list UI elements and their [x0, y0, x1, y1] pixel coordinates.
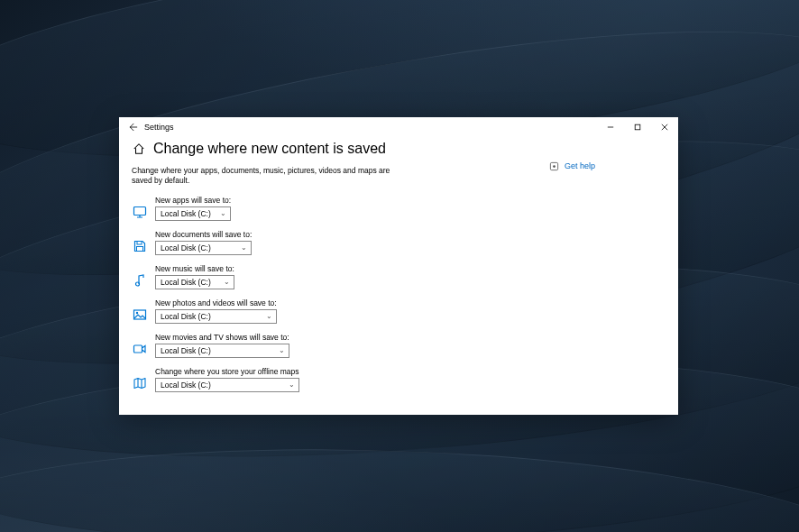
close-button[interactable] — [651, 117, 678, 137]
help-icon — [548, 161, 559, 171]
setting-documents: New documents will save to: Local Disk (… — [132, 230, 548, 255]
setting-label: New documents will save to: — [155, 230, 252, 239]
minimize-button[interactable] — [597, 117, 624, 137]
svg-point-6 — [136, 312, 138, 314]
svg-rect-1 — [134, 206, 146, 215]
setting-photos: New photos and videos will save to: Loca… — [132, 298, 548, 324]
svg-point-9 — [553, 165, 556, 168]
monitor-icon — [132, 204, 148, 220]
chevron-down-icon: ⌄ — [266, 312, 272, 320]
setting-apps: New apps will save to: Local Disk (C:) ⌄ — [132, 196, 548, 221]
setting-music: New music will save to: Local Disk (C:) … — [132, 264, 548, 289]
maps-location-dropdown[interactable]: Local Disk (C:) ⌄ — [155, 378, 299, 392]
get-help-label: Get help — [565, 161, 595, 170]
music-note-icon — [132, 272, 148, 289]
back-button[interactable] — [124, 123, 142, 132]
dropdown-value: Local Disk (C:) — [161, 346, 211, 355]
svg-rect-5 — [134, 310, 146, 319]
dropdown-value: Local Disk (C:) — [161, 243, 211, 252]
music-location-dropdown[interactable]: Local Disk (C:) ⌄ — [155, 275, 234, 289]
chevron-down-icon: ⌄ — [224, 278, 230, 286]
map-icon — [132, 375, 148, 391]
chevron-down-icon: ⌄ — [279, 346, 285, 354]
chevron-down-icon: ⌄ — [289, 381, 295, 389]
page-title: Change where new content is saved — [153, 141, 386, 157]
svg-rect-7 — [134, 345, 142, 353]
svg-rect-3 — [137, 246, 143, 251]
home-icon[interactable] — [132, 142, 146, 156]
window-title: Settings — [144, 123, 174, 132]
apps-location-dropdown[interactable]: Local Disk (C:) ⌄ — [155, 206, 231, 221]
chevron-down-icon: ⌄ — [241, 243, 247, 252]
save-icon — [132, 238, 148, 254]
dropdown-value: Local Disk (C:) — [161, 209, 211, 218]
chevron-down-icon: ⌄ — [220, 209, 226, 217]
video-icon — [132, 341, 148, 357]
svg-rect-0 — [635, 124, 640, 130]
documents-location-dropdown[interactable]: Local Disk (C:) ⌄ — [155, 241, 252, 255]
intro-text: Change where your apps, documents, music… — [132, 166, 402, 187]
dropdown-value: Local Disk (C:) — [161, 381, 211, 390]
dropdown-value: Local Disk (C:) — [161, 312, 211, 321]
movies-location-dropdown[interactable]: Local Disk (C:) ⌄ — [155, 344, 289, 358]
setting-movies: New movies and TV shows will save to: Lo… — [132, 333, 548, 358]
titlebar: Settings — [119, 117, 678, 137]
setting-label: Change where you store your offline maps — [155, 367, 299, 376]
maximize-button[interactable] — [624, 117, 651, 137]
setting-label: New apps will save to: — [155, 196, 231, 205]
setting-label: New photos and videos will save to: — [155, 298, 277, 307]
setting-maps: Change where you store your offline maps… — [132, 367, 548, 392]
get-help-link[interactable]: Get help — [548, 161, 666, 171]
photos-location-dropdown[interactable]: Local Disk (C:) ⌄ — [155, 309, 277, 324]
dropdown-value: Local Disk (C:) — [161, 278, 211, 287]
setting-label: New movies and TV shows will save to: — [155, 333, 289, 342]
setting-label: New music will save to: — [155, 264, 234, 273]
picture-icon — [132, 307, 148, 323]
settings-window: Settings Change where new content is sav… — [119, 117, 678, 415]
